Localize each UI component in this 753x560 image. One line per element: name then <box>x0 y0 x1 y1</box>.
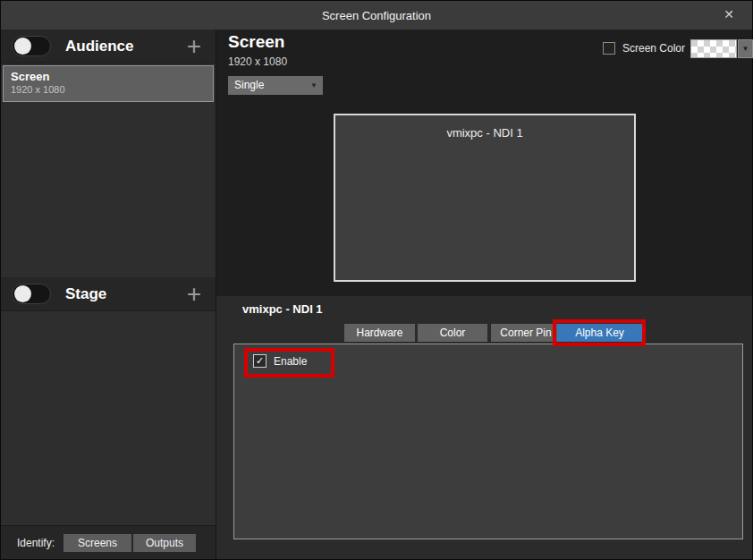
chevron-down-icon: ▼ <box>310 76 317 95</box>
toggle-knob <box>14 38 31 55</box>
layout-dropdown[interactable]: Single ▼ <box>228 76 323 95</box>
stage-label: Stage <box>65 285 183 303</box>
enable-row: ✓ Enable <box>253 354 307 368</box>
tab-hardware[interactable]: Hardware <box>344 324 415 342</box>
sidebar: Audience + Screen 1920 x 1080 Stage + Id… <box>1 30 216 559</box>
alpha-key-panel: ✓ Enable <box>233 344 743 539</box>
window-title: Screen Configuration <box>322 9 431 22</box>
tab-alpha-key[interactable]: Alpha Key <box>557 324 642 342</box>
enable-label: Enable <box>274 355 307 368</box>
identify-screens-button[interactable]: Screens <box>63 534 131 552</box>
audience-screen-list: Screen 1920 x 1080 <box>1 64 216 277</box>
identify-label: Identify: <box>17 537 55 549</box>
screen-color-swatch[interactable] <box>690 39 737 58</box>
screen-title: Screen <box>228 32 284 52</box>
screen-color-dropdown-icon[interactable]: ▼ <box>738 39 753 58</box>
screen-item-resolution: 1920 x 1080 <box>11 84 206 95</box>
close-icon[interactable]: ✕ <box>720 7 738 21</box>
enable-checkbox[interactable]: ✓ <box>253 354 267 368</box>
screen-list-item[interactable]: Screen 1920 x 1080 <box>3 65 214 102</box>
check-icon: ✓ <box>256 355 264 366</box>
window-body: Audience + Screen 1920 x 1080 Stage + Id… <box>1 30 752 559</box>
screen-color-label: Screen Color <box>622 42 685 55</box>
title-bar[interactable]: Screen Configuration ✕ <box>1 1 752 30</box>
stage-screen-list <box>1 311 216 525</box>
tab-corner-pin[interactable]: Corner Pin <box>491 324 561 342</box>
audience-toggle[interactable] <box>12 36 51 56</box>
audience-label: Audience <box>65 38 183 55</box>
add-stage-screen-icon[interactable]: + <box>183 284 205 305</box>
identify-bar: Identify: Screens Outputs <box>1 525 216 559</box>
stage-toggle[interactable] <box>12 284 51 304</box>
screen-item-title: Screen <box>11 70 206 83</box>
preview-source-label: vmixpc - NDI 1 <box>335 126 634 140</box>
stage-header: Stage + <box>1 277 216 311</box>
screen-preview[interactable]: vmixpc - NDI 1 <box>334 114 636 282</box>
add-audience-screen-icon[interactable]: + <box>183 36 205 57</box>
toggle-knob <box>14 285 31 302</box>
main-panel: Screen 1920 x 1080 Screen Color ▼ Single… <box>216 30 752 559</box>
audience-header: Audience + <box>1 30 216 64</box>
screen-section: Screen 1920 x 1080 Screen Color ▼ Single… <box>216 30 752 296</box>
identify-outputs-button[interactable]: Outputs <box>133 534 196 552</box>
source-detail-section: vmixpc - NDI 1 Hardware Color Corner Pin… <box>216 296 752 559</box>
screen-color-checkbox[interactable] <box>603 42 615 55</box>
tab-color[interactable]: Color <box>418 324 487 342</box>
screen-configuration-window: Screen Configuration ✕ Audience + Screen… <box>0 0 753 560</box>
source-name-label: vmixpc - NDI 1 <box>242 302 323 316</box>
screen-resolution: 1920 x 1080 <box>228 55 287 68</box>
layout-dropdown-value: Single <box>234 79 264 91</box>
